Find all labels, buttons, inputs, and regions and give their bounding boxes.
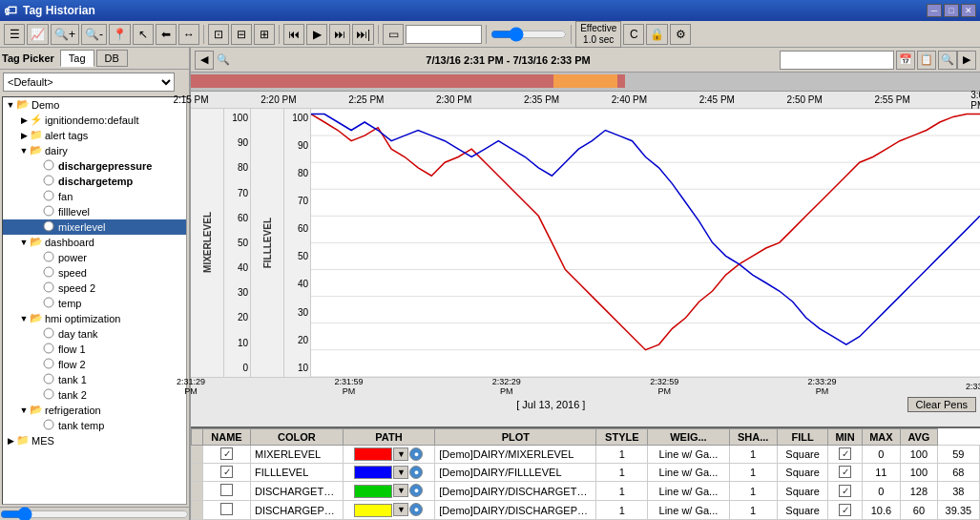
globe-btn-3[interactable]: ● bbox=[409, 503, 423, 516]
maximize-button[interactable]: □ bbox=[944, 4, 959, 17]
default-select[interactable]: <Default> bbox=[3, 73, 175, 92]
tree-item-ignition[interactable]: ▶⚡ignitiondemo:default bbox=[3, 113, 186, 128]
checkbox-cell-1[interactable] bbox=[203, 463, 251, 481]
fit-all-button[interactable]: ⊞ bbox=[254, 24, 275, 45]
tree-item-power[interactable]: power bbox=[3, 250, 186, 265]
chart-type-line-button[interactable]: 📈 bbox=[27, 24, 49, 45]
expand-icon-dashboard[interactable]: ▼ bbox=[18, 237, 30, 248]
expand-icon-hmi[interactable]: ▼ bbox=[18, 313, 30, 324]
scrollbar-thumb[interactable] bbox=[0, 507, 189, 521]
tree-item-refrigeration[interactable]: ▼📂refrigeration bbox=[3, 403, 186, 418]
fit-width-button[interactable]: ⊡ bbox=[208, 24, 229, 45]
tree-item-dischargetemp[interactable]: dischargetemp bbox=[3, 174, 186, 189]
close-button[interactable]: ✕ bbox=[961, 4, 976, 17]
tree-item-filllevel[interactable]: filllevel bbox=[3, 204, 186, 219]
tree-item-tank1[interactable]: tank 1 bbox=[3, 372, 186, 387]
clear-pens-button[interactable]: Clear Pens bbox=[907, 397, 976, 412]
tree-item-alert[interactable]: ▶📁alert tags bbox=[3, 128, 186, 143]
checkbox-cell-0[interactable] bbox=[203, 445, 251, 463]
zoom-out-button[interactable]: 🔍- bbox=[81, 24, 107, 45]
calendar-button[interactable]: 📅 bbox=[896, 51, 915, 70]
color-dropdown-1[interactable]: ▼ bbox=[393, 466, 408, 479]
skip-back-button[interactable]: ⏮ bbox=[283, 24, 304, 45]
tag-tree[interactable]: ▼📂Demo▶⚡ignitiondemo:default▶📁alert tags… bbox=[2, 96, 187, 505]
tree-item-flow1[interactable]: flow 1 bbox=[3, 342, 186, 357]
settings-button[interactable]: ⚙ bbox=[670, 24, 691, 45]
checkbox-cell-2[interactable] bbox=[203, 482, 251, 501]
tree-item-mixerlevel[interactable]: mixerlevel bbox=[3, 219, 186, 235]
color-dropdown-2[interactable]: ▼ bbox=[393, 484, 408, 497]
tab-db[interactable]: DB bbox=[96, 50, 128, 67]
tree-item-dashboard[interactable]: ▼📂dashboard bbox=[3, 235, 186, 250]
lock-button[interactable]: 🔒 bbox=[646, 24, 668, 45]
cursor-button[interactable]: ↖ bbox=[133, 24, 154, 45]
tree-item-mes[interactable]: ▶📁MES bbox=[3, 433, 186, 448]
select-on-input[interactable]: <Select On...> bbox=[780, 51, 894, 70]
pan-left-button[interactable]: ⬅ bbox=[156, 24, 177, 45]
fit-height-button[interactable]: ⊟ bbox=[231, 24, 252, 45]
fill-cell-2[interactable] bbox=[828, 482, 862, 501]
nav-right-button[interactable]: ▶ bbox=[957, 51, 976, 70]
skip-end-button[interactable]: ⏭| bbox=[352, 24, 374, 45]
color-cell-2[interactable]: ▼● bbox=[343, 482, 435, 501]
checkbox-3[interactable] bbox=[220, 503, 233, 515]
play-button[interactable]: ▶ bbox=[306, 24, 327, 45]
timeline-orange[interactable] bbox=[553, 74, 616, 88]
tree-item-demo[interactable]: ▼📂Demo bbox=[3, 97, 186, 113]
horizontal-scrollbar[interactable] bbox=[0, 507, 189, 520]
tree-item-tanktemp[interactable]: tank temp bbox=[3, 418, 186, 433]
color-dropdown-3[interactable]: ▼ bbox=[393, 503, 408, 516]
fill-checkbox-0[interactable] bbox=[839, 447, 851, 460]
location-button[interactable]: 📍 bbox=[109, 24, 131, 45]
tree-item-temp[interactable]: temp bbox=[3, 296, 186, 311]
fill-cell-1[interactable] bbox=[828, 463, 862, 481]
chart-canvas[interactable] bbox=[311, 109, 980, 377]
fill-cell-3[interactable] bbox=[828, 501, 862, 520]
globe-btn-0[interactable]: ● bbox=[409, 447, 423, 461]
tree-item-dischargepressure[interactable]: dischargepressure bbox=[3, 158, 186, 174]
tab-tag[interactable]: Tag bbox=[60, 50, 94, 67]
expand-icon-dairy[interactable]: ▼ bbox=[18, 145, 30, 156]
fill-checkbox-2[interactable] bbox=[839, 485, 851, 497]
pan-right-button[interactable]: ↔ bbox=[178, 24, 199, 45]
nav-left-button[interactable]: ◀ bbox=[195, 51, 214, 70]
color-cell-0[interactable]: ▼● bbox=[343, 445, 435, 463]
checkbox-1[interactable] bbox=[220, 466, 233, 478]
display-mode-button[interactable]: ▭ bbox=[383, 24, 404, 45]
c-button[interactable]: C bbox=[623, 24, 644, 45]
fill-cell-0[interactable] bbox=[828, 445, 862, 463]
tree-item-flow2[interactable]: flow 2 bbox=[3, 357, 186, 372]
tree-item-tank2[interactable]: tank 2 bbox=[3, 387, 186, 403]
color-cell-1[interactable]: ▼● bbox=[343, 463, 435, 481]
expand-icon-mes[interactable]: ▶ bbox=[5, 435, 16, 447]
tree-item-dairy[interactable]: ▼📂dairy bbox=[3, 143, 186, 158]
zoom-slider[interactable] bbox=[490, 27, 567, 42]
checkbox-0[interactable] bbox=[220, 447, 233, 460]
minimize-button[interactable]: ─ bbox=[927, 4, 942, 17]
checkbox-cell-3[interactable] bbox=[203, 501, 251, 520]
tree-item-fan[interactable]: fan bbox=[3, 189, 186, 204]
fill-checkbox-3[interactable] bbox=[839, 504, 851, 516]
expand-icon-alert[interactable]: ▶ bbox=[18, 130, 30, 141]
tree-item-speed[interactable]: speed bbox=[3, 265, 186, 281]
zoom-btn[interactable]: 🔍 bbox=[938, 51, 957, 70]
tree-item-daytank[interactable]: day tank bbox=[3, 326, 186, 342]
skip-forward-button[interactable]: ⏭ bbox=[329, 24, 350, 45]
tree-item-speed2[interactable]: speed 2 bbox=[3, 281, 186, 296]
color-cell-3[interactable]: ▼● bbox=[343, 501, 435, 520]
fill-checkbox-1[interactable] bbox=[839, 466, 851, 478]
tree-item-hmi[interactable]: ▼📂hmi optimization bbox=[3, 311, 186, 326]
menu-button[interactable]: ☰ bbox=[4, 24, 25, 45]
time-interval-input[interactable]: 1 Second bbox=[406, 25, 482, 44]
expand-icon-refrigeration[interactable]: ▼ bbox=[18, 405, 30, 416]
expand-icon-ignition[interactable]: ▶ bbox=[18, 114, 30, 126]
mixer-tick-100: 100 bbox=[226, 113, 248, 123]
globe-btn-2[interactable]: ● bbox=[409, 484, 423, 497]
export-button[interactable]: 📋 bbox=[917, 51, 936, 70]
timeline-bar[interactable] bbox=[191, 73, 980, 92]
expand-icon-demo[interactable]: ▼ bbox=[5, 99, 16, 111]
color-dropdown-0[interactable]: ▼ bbox=[393, 447, 408, 461]
zoom-in-button[interactable]: 🔍+ bbox=[51, 24, 79, 45]
globe-btn-1[interactable]: ● bbox=[409, 466, 423, 479]
checkbox-2[interactable] bbox=[220, 484, 233, 496]
